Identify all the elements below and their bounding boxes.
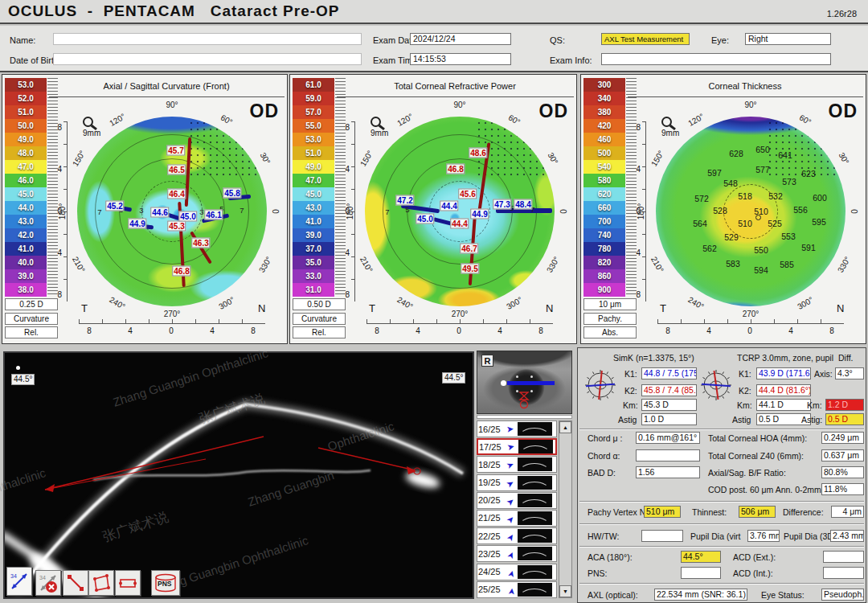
pupil-dia-virt-value[interactable]: 3.76 mm — [747, 530, 780, 542]
hwtw-value[interactable] — [641, 530, 683, 542]
scan-thumbnail-row[interactable]: 19/25 ➤ — [477, 474, 557, 491]
scale-kind-label: Curvature — [293, 313, 346, 325]
power-value-chip: 46.8 — [446, 164, 465, 174]
title-bar: OCULUS - PENTACAM Cataract Pre-OP 1.26r2… — [0, 0, 868, 24]
bf-ratio-value[interactable]: 80.8% — [821, 466, 864, 478]
map-panel-axial-curvature: 53.052.051.050.049.048.047.046.045.044.0… — [2, 74, 288, 344]
scan-thumbnail-image — [518, 547, 552, 560]
curvature-value-chip: 46.3 — [191, 238, 210, 248]
simk-k1-value[interactable]: 44.8 / 7.5 (175 — [641, 367, 697, 379]
scan-thumbnail-row[interactable]: 22/25 ➤ — [477, 527, 557, 544]
eye-status-value[interactable]: Pseudoph. — [821, 589, 864, 601]
scale-mode-label: Abs. — [583, 326, 637, 338]
pupil-dia-3d-value[interactable]: 2.43 mm — [830, 530, 864, 542]
scroll-up-button[interactable]: ▲ — [559, 421, 571, 433]
svg-text:PNS: PNS — [158, 580, 172, 588]
tcrp-k2-value[interactable]: 44.4 D (81.6°) — [756, 384, 811, 396]
delete-measurement-tool-button[interactable]: 34 — [35, 570, 61, 596]
hoa-value[interactable]: 0.249 μm — [821, 432, 864, 444]
power-value-chip: 47.2 — [395, 195, 414, 206]
tcrp-k2-label: K2: — [739, 386, 751, 396]
pns-value[interactable] — [681, 567, 721, 579]
scan-thumbnail-row[interactable]: 17/25 ➤ — [477, 438, 557, 455]
scan-thumbnail-row[interactable]: 25/25 ➤ — [477, 581, 557, 598]
chord-alpha-value[interactable] — [636, 449, 700, 461]
thinnest-value[interactable]: 506 μm — [739, 506, 776, 518]
title-divider — [337, 96, 574, 97]
scale-cell: 33.0 — [293, 269, 334, 283]
cod-value[interactable]: 11.8% — [821, 483, 864, 495]
line-annotation-tool-button[interactable] — [63, 570, 88, 596]
acd-int-value[interactable] — [823, 567, 864, 579]
scale-cell: 41.0 — [5, 242, 47, 256]
scan-thumbnail-row[interactable]: 23/25 ➤ — [477, 545, 557, 562]
scan-index-label: 21/25 — [478, 513, 506, 523]
dob-field[interactable] — [53, 53, 362, 65]
scroll-down-button[interactable]: ▼ — [559, 585, 571, 597]
scan-thumbnail-row[interactable]: 18/25 ➤ — [477, 456, 557, 473]
chord-mu-value[interactable]: 0.16 mm@161° — [636, 432, 700, 444]
meridian-angle-label: 180° — [58, 203, 67, 220]
simk-km-value[interactable]: 45.3 D — [641, 399, 697, 411]
pachy-difference-value[interactable]: 4 μm — [831, 506, 864, 518]
curvature-value-chip: 45.3 — [167, 221, 186, 232]
scan-thumbnail-image — [518, 422, 552, 436]
pachymetry-value: 562 — [702, 244, 717, 253]
cornea-arc — [519, 571, 550, 579]
aca-value[interactable]: 44.5° — [681, 551, 721, 563]
axl-value[interactable]: 22.534 mm (SNR: 36.1) — [654, 589, 747, 601]
acd-ext-value[interactable] — [823, 551, 864, 563]
diff-km-value[interactable]: 1.2 D — [825, 399, 864, 411]
scale-kind-label: Curvature — [5, 313, 58, 325]
simk-k2-value[interactable]: 45.8 / 7.4 (85. — [641, 384, 697, 396]
z40-value[interactable]: 0.637 μm — [821, 449, 864, 461]
pns-tool-button[interactable]: PNS — [151, 570, 180, 596]
diff-axis-value[interactable]: 4.3° — [835, 367, 864, 379]
tcrp-km-value[interactable]: 44.1 D — [756, 399, 811, 411]
meridian-angle-label: 0 — [272, 209, 280, 214]
axis-tick-label: 8 — [248, 326, 259, 335]
measure-distance-tool-button[interactable]: 34 — [6, 567, 32, 596]
scan-thumbnail-row[interactable]: 16/25 ➤ — [477, 420, 557, 437]
polygon-annotation-tool-button[interactable] — [88, 570, 114, 596]
eye-field[interactable]: Right — [745, 33, 831, 45]
diff-axis-label: Axis: — [814, 369, 833, 379]
pachymetry-value: 529 — [724, 232, 739, 242]
scan-thumbnail-row[interactable]: 21/25 ➤ — [477, 510, 557, 527]
exam-date-field[interactable]: 2024/12/24 — [410, 33, 511, 45]
exam-time-field[interactable]: 14:15:53 — [410, 53, 511, 65]
pns-label: PNS: — [588, 568, 608, 578]
pachymetry-value: 577 — [755, 165, 770, 174]
eye-label: Eye: — [711, 35, 729, 45]
axis-tick-label: 8 — [662, 326, 674, 335]
rectangle-annotation-tool-button[interactable] — [115, 570, 141, 596]
axis-tick-label: 4 — [494, 326, 506, 335]
horizontal-axis-ticks — [366, 319, 553, 323]
tcrp-k1-value[interactable]: 43.9 D (171.6°) — [756, 367, 811, 379]
scale-cell: 39.0 — [5, 269, 47, 283]
scan-thumbnail-row[interactable]: 20/25 ➤ — [477, 492, 557, 509]
axis-tick-label: 8 — [535, 326, 547, 335]
scale-cell: 61.0 — [293, 78, 334, 92]
bad-d-value[interactable]: 1.56 — [636, 466, 700, 478]
scale-histogram-marks — [626, 78, 637, 297]
qs-field[interactable]: AXL Test Measurement — [601, 33, 690, 45]
simk-astig-value[interactable]: 1.0 D — [641, 413, 697, 425]
pachy-difference-label: Difference: — [783, 507, 824, 517]
pachymetry-value: 518 — [738, 191, 752, 201]
meridian-angle-label: 90° — [744, 100, 756, 109]
pachy-vertex-value[interactable]: 510 μm — [644, 506, 681, 518]
pachymetry-value: 595 — [812, 217, 826, 227]
scan-index-label: 22/25 — [478, 531, 506, 541]
scale-cell: 59.0 — [293, 92, 334, 105]
scan-thumbnail-row[interactable]: 24/25 ➤ — [477, 564, 557, 580]
diff-astig-value[interactable]: 0.5 D — [825, 413, 864, 425]
meridian-angle-label: 0 — [559, 209, 568, 214]
pachymetry-value: 623 — [801, 169, 816, 178]
power-value-chip: 48.6 — [469, 148, 487, 158]
meridian-angle-label: 90° — [453, 100, 465, 109]
exam-info-field[interactable] — [601, 53, 831, 65]
name-field[interactable] — [53, 33, 362, 45]
thumbnail-scrollbar[interactable]: ▲ ▼ — [559, 420, 572, 598]
curvature-value-chip: 46.5 — [167, 165, 186, 175]
